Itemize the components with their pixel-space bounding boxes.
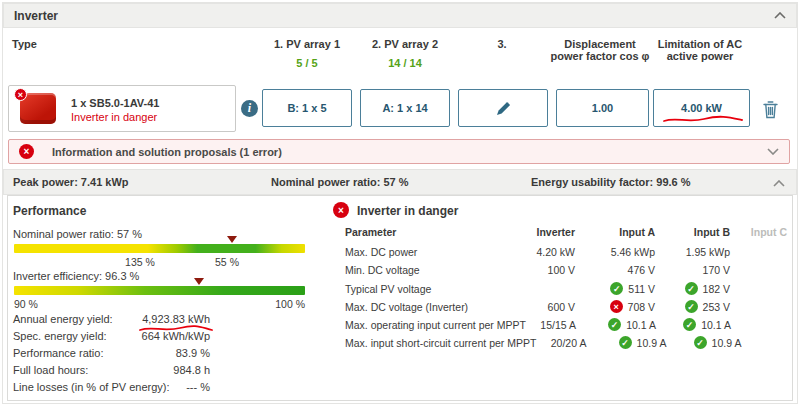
perf-row-value: 664 kWh/kWp — [110, 330, 210, 342]
chevron-down-icon[interactable] — [767, 148, 779, 155]
table-row: Min. DC voltage 100 V 476 V 170 V — [345, 264, 787, 276]
parameter-label: Min. DC voltage — [345, 264, 525, 276]
parameter-label: Max. DC voltage (Inverter) — [345, 301, 525, 313]
summary-peak-power: Peak power: 7.41 kWp — [13, 170, 129, 194]
annotation-underline — [662, 115, 744, 124]
performance-title: Performance — [13, 204, 86, 218]
input-b-value: 170 V — [703, 264, 730, 276]
section-title: Inverter — [14, 9, 58, 23]
parameter-label: Max. DC power — [345, 246, 525, 258]
info-icon[interactable]: i — [241, 100, 258, 117]
error-icon: × — [19, 144, 34, 159]
chevron-up-icon[interactable] — [774, 12, 786, 19]
column-header-type: Type — [12, 38, 37, 50]
inverter-value: 15/15 A — [526, 319, 576, 331]
inverter-status: Inverter in danger — [71, 111, 157, 123]
pv-array-1-config-button[interactable]: B: 1 x 5 — [262, 89, 352, 127]
danger-table-header: Parameter Inverter Input A Input B Input… — [345, 226, 787, 238]
pv-array-1-count: 5 / 5 — [258, 57, 356, 69]
inverter-value: 600 V — [525, 301, 575, 313]
table-row: Max. DC voltage (Inverter) 600 V × 708 V… — [345, 300, 787, 313]
eff-scale-right: 100 % — [265, 298, 305, 310]
error-icon: × — [610, 300, 623, 313]
nominal-power-ratio-gauge — [14, 244, 305, 253]
inverter-name: 1 x SB5.0-1AV-41 — [71, 97, 159, 109]
inverter-value: 4.20 kW — [525, 246, 575, 258]
perf-row-label: Annual energy yield: — [13, 313, 113, 325]
cos-phi-field[interactable]: 1.00 — [556, 89, 649, 127]
check-icon: ✓ — [608, 318, 621, 331]
parameter-label: Typical PV voltage — [345, 283, 525, 295]
table-row: Max. operating input current per MPPT 15… — [345, 318, 787, 331]
check-icon: ✓ — [694, 336, 707, 349]
input-b-value: 10.1 A — [701, 319, 731, 331]
efficiency-gauge — [14, 286, 305, 295]
error-icon: × — [333, 202, 349, 218]
delete-button[interactable] — [758, 97, 782, 121]
ac-limit-field[interactable]: 4.00 kW — [653, 89, 750, 127]
ac-limit-value: 4.00 kW — [681, 102, 722, 114]
input-a-value: 10.1 A — [626, 319, 656, 331]
input-b-value: 10.9 A — [712, 337, 742, 349]
header-inverter: Inverter — [525, 226, 575, 238]
pv-array-2-count: 14 / 14 — [356, 57, 454, 69]
input-b-value: 1.95 kWp — [686, 246, 730, 258]
table-row: Typical PV voltage ✓ 511 V ✓ 182 V — [345, 282, 787, 295]
eff-scale-left: 90 % — [14, 298, 38, 310]
input-a-value: 511 V — [628, 283, 655, 295]
parameter-label: Max. operating input current per MPPT — [345, 319, 526, 331]
header-parameter: Parameter — [345, 226, 525, 238]
pv-array-2-config-button[interactable]: A: 1 x 14 — [360, 89, 450, 127]
edit-button[interactable] — [458, 89, 548, 127]
chevron-up-icon[interactable] — [773, 180, 785, 187]
inverter-image: × — [18, 91, 58, 127]
inverter-card[interactable]: × 1 x SB5.0-1AV-41 Inverter in danger — [8, 85, 236, 132]
npr-scale-right: 55 % — [207, 256, 247, 268]
table-row: Max. input short-circuit current per MPP… — [345, 336, 787, 349]
error-banner[interactable]: × Information and solution proposals (1 … — [8, 139, 790, 164]
error-banner-text: Information and solution proposals (1 er… — [52, 146, 282, 158]
check-icon: ✓ — [685, 282, 698, 295]
inverter-value: 100 V — [525, 264, 575, 276]
table-row: Max. DC power 4.20 kW 5.46 kWp 1.95 kWp — [345, 246, 787, 258]
pencil-icon — [496, 101, 511, 116]
column-header-3: 3. — [454, 38, 550, 50]
npr-scale-left: 135 % — [119, 256, 161, 268]
npr-gauge-label: Nominal power ratio: 57 % — [13, 228, 142, 240]
perf-row-label: Full load hours: — [13, 364, 88, 376]
trash-icon — [762, 100, 779, 119]
input-a-value: 5.46 kWp — [611, 246, 655, 258]
column-header-ac-limit: Limitation of AC active power — [647, 38, 753, 62]
perf-row-value: 83.9 % — [110, 347, 210, 359]
check-icon: ✓ — [610, 282, 623, 295]
gauge-marker — [194, 278, 204, 285]
check-icon: ✓ — [683, 318, 696, 331]
perf-row-value: 984.8 h — [110, 364, 210, 376]
input-a-value: 708 V — [628, 301, 655, 313]
input-b-value: 253 V — [703, 301, 730, 313]
perf-row-value: 4,923.83 kWh — [110, 313, 210, 325]
input-b-value: 182 V — [703, 283, 730, 295]
efficiency-gauge-label: Inverter efficiency: 96.3 % — [13, 270, 139, 282]
gauge-marker — [227, 236, 237, 243]
perf-row-label: Spec. energy yield: — [13, 330, 107, 342]
error-badge-icon: × — [14, 88, 27, 101]
danger-panel-title: Inverter in danger — [357, 204, 458, 218]
check-icon: ✓ — [619, 336, 632, 349]
summary-bar: Peak power: 7.41 kWp Nominal power ratio… — [3, 169, 797, 195]
column-header-pv-array-2: 2. PV array 2 — [356, 38, 454, 50]
column-header-cos-phi: Displacement power factor cos φ — [549, 38, 651, 62]
perf-row-label: Performance ratio: — [13, 347, 103, 359]
perf-row-value: --- % — [110, 381, 210, 393]
check-icon: ✓ — [685, 300, 698, 313]
inverter-section-header[interactable]: Inverter — [3, 3, 797, 28]
inverter-value: 20/20 A — [536, 337, 586, 349]
summary-energy-usability: Energy usability factor: 99.6 % — [531, 170, 691, 194]
header-input-a: Input A — [575, 226, 655, 238]
header-input-c: Input C — [730, 226, 787, 238]
column-header-pv-array-1: 1. PV array 1 — [258, 38, 356, 50]
input-a-value: 10.9 A — [637, 337, 667, 349]
header-input-b: Input B — [655, 226, 730, 238]
parameter-label: Max. input short-circuit current per MPP… — [345, 337, 536, 349]
input-a-value: 476 V — [628, 264, 655, 276]
